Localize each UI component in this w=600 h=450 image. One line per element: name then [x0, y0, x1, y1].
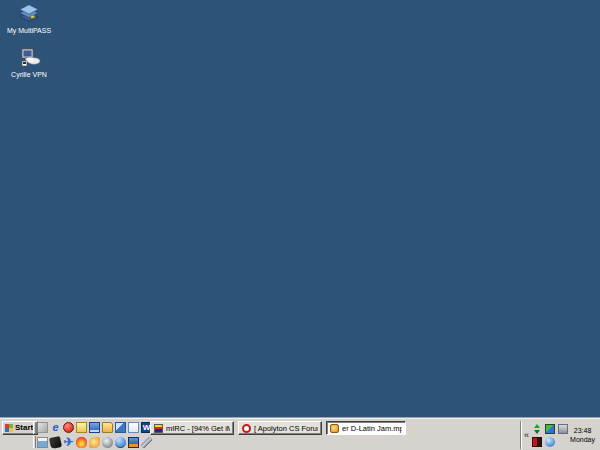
clock-day: Monday: [570, 435, 595, 444]
desktop: My MultiPASS Cyrille VPN Start eW ✈: [0, 0, 600, 450]
winamp-icon: [330, 424, 339, 433]
quick-launch-row1: eW: [37, 422, 152, 433]
quick-launch-grip[interactable]: [33, 436, 36, 448]
quick-launch-grip[interactable]: [33, 422, 36, 434]
airplane-icon[interactable]: ✈: [63, 437, 74, 448]
vpn-computer-icon: [17, 47, 41, 69]
messenger-icon[interactable]: [545, 424, 555, 434]
notepad-icon[interactable]: [76, 422, 87, 433]
taskbar-button-winamp-mp3[interactable]: er D-Latin Jam.mp3 - ...: [326, 421, 406, 435]
flame-game-icon[interactable]: [76, 437, 87, 448]
blue-sphere-icon[interactable]: [545, 437, 555, 447]
outlook-express-icon[interactable]: [115, 422, 126, 433]
document-icon[interactable]: [128, 422, 139, 433]
show-desktop-icon[interactable]: [37, 422, 48, 433]
opera-icon: [242, 424, 251, 433]
my-computer-icon[interactable]: [89, 422, 100, 433]
red-black-status-icon[interactable]: [532, 437, 542, 447]
desktop-icon-label: Cyrille VPN: [11, 71, 47, 79]
network-arrows-icon[interactable]: [532, 424, 542, 434]
tray-collapse-chevron[interactable]: «: [523, 430, 530, 440]
desktop-icon-cyrille-vpn[interactable]: Cyrille VPN: [2, 47, 56, 79]
clock-time: 23:48: [570, 426, 595, 435]
folder-open-icon[interactable]: [102, 422, 113, 433]
photo-viewer-icon[interactable]: [37, 437, 48, 448]
internet-explorer-icon[interactable]: e: [50, 422, 61, 433]
taskbar-button-label: mIRC - [94% Get iMAGN...: [166, 424, 230, 433]
quick-launch-row2: ✈: [37, 437, 152, 448]
start-label: Start: [15, 422, 33, 434]
taskbar-button-label: [ Apolyton CS Forums > ...: [254, 424, 318, 433]
windows-flag-icon: [5, 424, 13, 432]
spark-game-icon[interactable]: [89, 437, 100, 448]
monitor-icon[interactable]: [558, 424, 568, 434]
system-tray: « 23:48 Monday: [520, 421, 599, 449]
taskbar-button-apolyton-forums[interactable]: [ Apolyton CS Forums > ...: [238, 421, 322, 435]
globe-icon[interactable]: [115, 437, 126, 448]
mirc-icon: [154, 424, 163, 433]
realplayer-icon[interactable]: [63, 422, 74, 433]
multipass-stack-icon: [17, 3, 41, 25]
tray-clock[interactable]: 23:48 Monday: [570, 426, 599, 444]
steering-wheel-icon[interactable]: [102, 437, 113, 448]
desktop-icon-label: My MultiPASS: [7, 27, 51, 35]
taskbar: Start eW ✈ mIRC - [94% Get iMAGN... [ Ap…: [0, 418, 600, 450]
toolbox-icon[interactable]: [128, 437, 139, 448]
desktop-icon-my-multipass[interactable]: My MultiPASS: [2, 3, 56, 35]
tray-icon-list: [531, 423, 569, 448]
taskbar-button-mirc[interactable]: mIRC - [94% Get iMAGN...: [150, 421, 234, 435]
black-jet-icon[interactable]: [49, 436, 62, 449]
taskbar-window-buttons: mIRC - [94% Get iMAGN... [ Apolyton CS F…: [150, 421, 406, 435]
desktop-icon-list: My MultiPASS Cyrille VPN: [2, 3, 56, 79]
wrench-tool-icon[interactable]: [141, 437, 152, 448]
taskbar-button-label: er D-Latin Jam.mp3 - ...: [342, 424, 402, 433]
